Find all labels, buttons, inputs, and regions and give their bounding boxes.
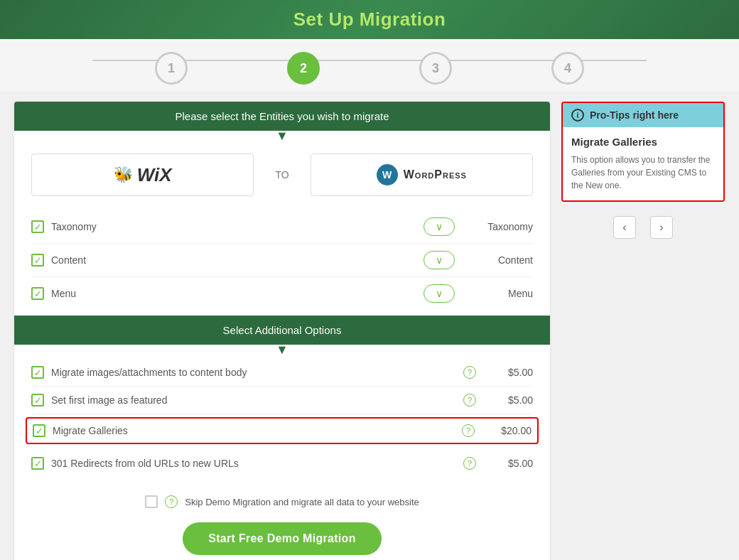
redirects-checkbox[interactable] (31, 457, 44, 470)
featured-help-icon[interactable]: ? (463, 394, 476, 406)
wp-circle-icon: W (377, 164, 398, 185)
step-2[interactable]: 2 (287, 52, 320, 85)
wp-text: WordPress (404, 168, 467, 181)
page-title: Set Up Migration (293, 9, 446, 31)
option-row-featured: Set first image as featured ? $5.00 (31, 387, 533, 414)
pro-tips-text: This option allows you to transfer the G… (571, 154, 715, 192)
pro-tips-content: Migrate Galleries This option allows you… (563, 127, 723, 200)
redirects-price: $5.00 (490, 458, 533, 469)
steps-container: 1 2 3 4 (155, 52, 584, 85)
menu-label: Menu (51, 288, 424, 299)
wordpress-logo: W WordPress (377, 164, 467, 185)
right-panel: i Pro-Tips right here Migrate Galleries … (561, 102, 725, 560)
featured-price: $5.00 (490, 394, 533, 406)
wix-text: WiX (137, 164, 172, 186)
skip-demo-section: ? Skip Demo Migration and migrate all da… (14, 485, 550, 515)
skip-demo-checkbox[interactable] (145, 495, 158, 508)
content-label: Content (51, 254, 424, 266)
featured-label: Set first image as featured (51, 394, 459, 406)
content-checkbox[interactable] (31, 254, 44, 266)
taxonomy-dropdown[interactable]: ∨ (424, 217, 455, 236)
nav-prev-button[interactable]: ‹ (613, 216, 636, 239)
additional-section-header: Select Additional Options (14, 316, 550, 345)
taxonomy-label: Taxonomy (51, 221, 424, 232)
migration-logos: 🐝 WiX TO W WordPress (14, 142, 550, 208)
redirects-help-icon[interactable]: ? (463, 457, 476, 470)
galleries-help-icon[interactable]: ? (462, 424, 475, 437)
pro-tips-header: i Pro-Tips right here (563, 103, 723, 127)
images-checkbox[interactable] (31, 366, 44, 379)
galleries-price: $20.00 (489, 425, 532, 436)
images-help-icon[interactable]: ? (463, 366, 476, 379)
step-4[interactable]: 4 (551, 52, 584, 85)
to-label: TO (268, 169, 296, 181)
left-panel: Please select the Entities you wish to m… (14, 102, 550, 560)
nav-arrows: ‹ › (561, 209, 725, 246)
content-target: Content (469, 254, 533, 266)
steps-bar: 1 2 3 4 (0, 39, 739, 92)
content-dropdown[interactable]: ∨ (424, 251, 455, 269)
wix-bee-icon: 🐝 (114, 166, 133, 184)
pro-tips-header-label: Pro-Tips right here (590, 109, 679, 121)
entities-section-header: Please select the Entities you wish to m… (14, 102, 550, 131)
main-content: Please select the Entities you wish to m… (0, 92, 739, 560)
page-header: Set Up Migration (0, 0, 739, 39)
entity-row-menu: Menu ∨ Menu (31, 277, 533, 310)
entity-row-content: Content ∨ Content (31, 244, 533, 277)
step-1[interactable]: 1 (155, 52, 188, 85)
galleries-checkbox[interactable] (33, 424, 45, 437)
option-row-redirects: 301 Redirects from old URLs to new URLs … (31, 450, 533, 477)
images-label: Migrate images/attachments to content bo… (51, 367, 459, 378)
menu-checkbox[interactable] (31, 287, 44, 300)
redirects-label: 301 Redirects from old URLs to new URLs (51, 458, 459, 469)
start-demo-button[interactable]: Start Free Demo Migration (183, 522, 382, 555)
entities-arrow: ▼ (14, 129, 550, 142)
start-button-container: Start Free Demo Migration (14, 515, 550, 560)
source-logo-box: 🐝 WiX (31, 154, 254, 196)
entity-row-taxonomy: Taxonomy ∨ Taxonomy (31, 210, 533, 244)
pro-tips-info-icon: i (571, 109, 584, 122)
nav-next-button[interactable]: › (650, 216, 673, 239)
skip-demo-help-icon[interactable]: ? (165, 495, 178, 508)
skip-demo-label: Skip Demo Migration and migrate all data… (185, 497, 419, 507)
option-row-galleries: Migrate Galleries ? $20.00 (26, 417, 539, 444)
images-price: $5.00 (490, 367, 533, 378)
wix-logo: 🐝 WiX (114, 164, 172, 186)
taxonomy-target: Taxonomy (469, 221, 533, 232)
menu-dropdown[interactable]: ∨ (424, 284, 455, 303)
galleries-label: Migrate Galleries (53, 425, 458, 436)
pro-tips-title: Migrate Galleries (571, 136, 715, 148)
additional-arrow: ▼ (14, 343, 550, 356)
featured-checkbox[interactable] (31, 394, 44, 406)
pro-tips-box: i Pro-Tips right here Migrate Galleries … (561, 102, 725, 202)
entity-rows: Taxonomy ∨ Taxonomy Content ∨ Content Me… (14, 208, 550, 316)
taxonomy-checkbox[interactable] (31, 220, 44, 233)
menu-target: Menu (469, 288, 533, 299)
step-3[interactable]: 3 (419, 52, 452, 85)
options-section: Migrate images/attachments to content bo… (14, 356, 550, 485)
target-logo-box: W WordPress (311, 154, 533, 196)
option-row-images: Migrate images/attachments to content bo… (31, 359, 533, 387)
